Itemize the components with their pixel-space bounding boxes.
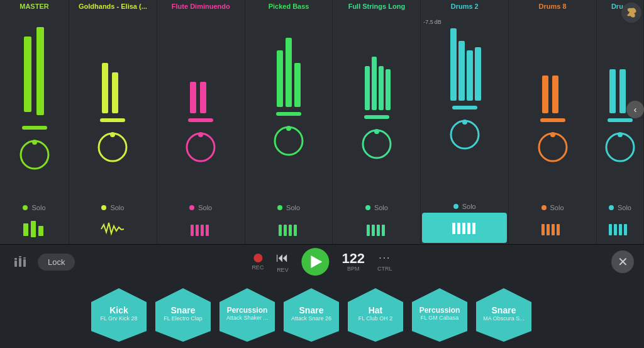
drum-pad-percussion2[interactable]: Percussion FL GM Cabasa [409,285,470,342]
pattern-icon-picked [276,220,301,239]
drum-pad-snare2[interactable]: Snare Attack Snare 26 [280,285,342,342]
pattern-row-drums8[interactable] [510,214,595,244]
solo-label-drums2[interactable]: Solo [462,203,476,210]
pattern-row-master[interactable] [3,214,66,244]
ctrl-dots-icon: ··· [379,252,391,264]
drum-pad-hat[interactable]: Hat FL Club OH 2 [345,285,406,342]
svg-point-68 [618,132,623,137]
fader-vu-picked [247,13,331,204]
drum-pad-sub-snare3: MA Obscura S... [483,315,525,322]
drum-pad-sub-kick: FL Grv Kick 28 [100,315,137,322]
transport-bar: Lock REC ⏮ REV 122 BPM ··· CTRL [0,244,644,279]
pan-flute[interactable] [182,128,219,166]
fader-flute[interactable] [185,113,216,126]
svg-rect-46 [475,47,481,101]
lock-button[interactable]: Lock [38,254,75,271]
solo-label-master[interactable]: Solo [31,204,45,211]
pattern-icon-drums2 [451,219,479,237]
transport-center: REC ⏮ REV 122 BPM ··· CTRL [252,248,392,276]
drum-pad-sub-perc1: Attack Shaker ... [226,315,268,321]
solo-dot-drums-last [609,205,614,210]
fader-vu-master [3,13,66,204]
svg-point-3 [21,141,48,169]
pan-strings[interactable] [358,125,396,163]
solo-label-drums-last[interactable]: Solo [618,204,631,211]
bird-svg [625,6,638,20]
fader-picked[interactable] [273,107,304,120]
solo-row-flute: Solo [189,204,212,211]
drum-pad-snare1[interactable]: Snare FL Electro Clap [152,285,214,342]
svg-rect-42 [382,225,385,236]
solo-dot-goldhands [101,205,106,210]
eq-icon-btn[interactable] [10,252,30,272]
solo-label-flute[interactable]: Solo [198,204,212,211]
channel-master: MASTER Solo [0,0,69,244]
svg-point-58 [539,133,567,161]
vu-meter-drums8 [537,38,569,113]
svg-rect-62 [552,224,555,235]
svg-rect-73 [14,261,17,267]
close-button[interactable]: ✕ [611,250,634,273]
channel-name-strings: Full Strings Long [334,3,419,13]
fader-goldhands[interactable] [97,113,128,126]
svg-rect-66 [608,118,633,122]
svg-rect-63 [557,224,560,235]
fader-strings[interactable] [361,110,392,123]
svg-rect-45 [467,50,473,101]
drum-pad-sub-hat: FL Club OH 2 [358,315,393,322]
bpm-value[interactable]: 122 [341,252,365,266]
pattern-row-goldhands[interactable] [70,214,155,244]
solo-label-drums8[interactable]: Solo [550,204,564,211]
pan-drums2[interactable] [446,116,484,154]
pan-picked[interactable] [270,122,308,160]
drum-pad-name-perc1: Percussion [227,306,268,315]
pan-goldhands[interactable] [94,128,131,166]
svg-point-48 [451,121,479,149]
scroll-right-arrow[interactable]: ‹ [626,101,644,118]
svg-rect-1 [36,27,44,115]
solo-dot-master [23,205,28,210]
pattern-row-drums-last[interactable] [598,214,642,244]
svg-rect-41 [377,225,380,236]
pan-drums-last[interactable] [601,128,639,166]
drum-pad-snare3[interactable]: Snare MA Obscura S... [473,285,535,342]
play-button[interactable] [301,248,329,276]
fader-drums8[interactable] [537,113,569,126]
drum-pad-name-snare1: Snare [171,305,196,315]
svg-point-27 [286,126,291,131]
pattern-row-flute[interactable] [158,214,243,244]
ctrl-button[interactable]: ··· CTRL [377,252,392,272]
fader-master[interactable] [19,121,50,133]
drum-pad-percussion1[interactable]: Percussion Attack Shaker ... [216,285,278,342]
channel-name-goldhands: Goldhands - Elisa (... [70,3,155,13]
pattern-row-drums2[interactable] [422,213,507,243]
svg-rect-8 [102,63,108,113]
svg-rect-19 [196,225,199,236]
vu-meter-picked [273,31,304,107]
pan-drums8[interactable] [534,128,572,166]
svg-rect-39 [367,225,370,236]
svg-point-26 [275,127,303,155]
fader-drums2[interactable] [449,101,480,113]
pattern-row-strings[interactable] [334,214,419,244]
solo-label-picked[interactable]: Solo [286,204,300,211]
svg-rect-50 [452,223,455,234]
svg-rect-40 [372,225,375,236]
rec-button[interactable]: REC [252,254,264,271]
pattern-row-picked[interactable] [247,214,331,244]
pattern-icon-master [22,220,47,239]
eq-sliders-icon [13,254,28,269]
fader-vu-goldhands [70,13,155,204]
pan-master[interactable] [16,136,53,174]
drum-pad-kick[interactable]: Kick FL Grv Kick 28 [88,285,150,342]
vu-meter-goldhands [97,38,128,113]
solo-dot-picked [277,205,282,210]
solo-label-strings[interactable]: Solo [374,204,388,211]
svg-rect-55 [542,76,548,113]
svg-rect-7 [38,226,43,236]
channel-drums-last: Dru... Solo [597,0,644,244]
db-indicator: -7.5 dB [423,19,441,25]
svg-rect-10 [100,118,125,122]
rev-button[interactable]: ⏮ REV [276,250,289,273]
solo-label-goldhands[interactable]: Solo [110,204,124,211]
